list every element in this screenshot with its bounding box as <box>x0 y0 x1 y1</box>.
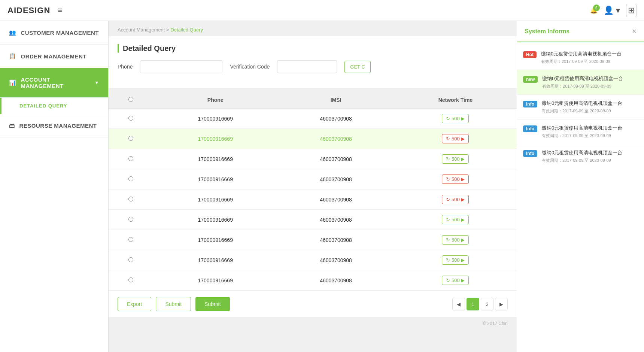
page-2-button[interactable]: 2 <box>481 298 493 310</box>
select-all-radio[interactable] <box>128 97 133 102</box>
status-button[interactable]: ↻ 500 ▶ <box>442 154 469 164</box>
sidebar-item-resource-management[interactable]: 🗃 RESOURSE MANAGEMENT <box>0 114 108 137</box>
submit-outline-button[interactable]: Submit <box>156 297 191 311</box>
phone-input[interactable] <box>140 60 222 73</box>
search-form: Phone Verification Code GET C <box>118 60 508 73</box>
page-1-button[interactable]: 1 <box>467 298 479 310</box>
cell-imsi: 46003700908 <box>277 250 394 270</box>
inform-tag: Info <box>523 101 537 107</box>
phone-label: Phone <box>118 64 133 70</box>
row-radio[interactable] <box>128 136 133 141</box>
row-radio[interactable] <box>128 257 133 262</box>
cell-phone: 170000916669 <box>153 270 277 291</box>
cell-status: ↻ 500 ▶ <box>394 109 517 129</box>
get-code-button[interactable]: GET C <box>344 61 371 73</box>
system-panel: System Informs × Hot缴纳0元租赁使用高清电视机顶盒一台有效周… <box>517 21 644 352</box>
status-button[interactable]: ↻ 500 ▶ <box>442 255 469 265</box>
next-page-button[interactable]: ▶ <box>495 298 508 310</box>
cell-phone: 170000916669 <box>153 189 277 210</box>
status-button[interactable]: ↻ 500 ▶ <box>442 175 469 184</box>
row-radio[interactable] <box>128 217 133 222</box>
status-button[interactable]: ↻ 500 ▶ <box>442 134 469 143</box>
bell-wrapper[interactable]: 🔔 6 <box>590 7 598 14</box>
inform-item[interactable]: Hot缴纳0元租赁使用高清电视机顶盒一台有效周期：2017-09-09 至 20… <box>517 45 644 70</box>
inform-content: 缴纳0元租赁使用高清电视机顶盒一台有效周期：2017-09-09 至 2020-… <box>542 100 638 114</box>
cell-status: ↻ 500 ▶ <box>394 149 517 169</box>
cell-status: ↻ 500 ▶ <box>394 129 517 149</box>
col-radio <box>109 92 153 109</box>
row-radio[interactable] <box>128 176 133 181</box>
row-radio[interactable] <box>128 237 133 242</box>
user-icon[interactable]: 👤 ▾ <box>604 6 620 15</box>
action-buttons: Export Submit Submit <box>118 297 230 311</box>
sidebar: 👥 CUSTOMER MANAGEMENT 📋 ORDER MANAGEMENT… <box>0 21 109 352</box>
inform-item[interactable]: new缴纳0元租赁使用高清电视机顶盒一台有效周期：2017-09-09 至 20… <box>517 70 644 95</box>
data-table: Phone IMSI Network Time 1700009166694600… <box>109 92 517 291</box>
row-radio[interactable] <box>128 197 133 201</box>
menu-icon[interactable]: ≡ <box>58 6 62 15</box>
footer-row: Export Submit Submit ◀ 1 2 ▶ <box>109 291 517 317</box>
table-row: 17000091666946003700908↻ 500 ▶ <box>109 189 517 210</box>
cell-status: ↻ 500 ▶ <box>394 210 517 230</box>
col-imsi: IMSI <box>277 92 394 109</box>
cell-phone: 170000916669 <box>153 230 277 250</box>
close-panel-button[interactable]: × <box>632 27 637 36</box>
cell-imsi: 46003700908 <box>277 230 394 250</box>
inform-item[interactable]: Info缴纳0元租赁使用高清电视机顶盒一台有效周期：2017-09-09 至 2… <box>517 144 644 169</box>
verification-code-label: Verification Code <box>230 64 270 70</box>
cell-imsi: 46003700908 <box>277 129 394 149</box>
logout-icon[interactable]: ⊞ <box>626 4 637 17</box>
inform-item[interactable]: Info缴纳0元租赁使用高清电视机顶盒一台有效周期：2017-09-09 至 2… <box>517 119 644 144</box>
table-wrapper: Phone IMSI Network Time 1700009166694600… <box>109 92 517 291</box>
prev-page-button[interactable]: ◀ <box>452 298 465 310</box>
status-button[interactable]: ↻ 500 ▶ <box>442 114 469 123</box>
cell-phone: 170000916669 <box>153 129 277 149</box>
export-button[interactable]: Export <box>118 297 151 311</box>
system-panel-header: System Informs × <box>517 21 644 42</box>
cell-imsi: 46003700908 <box>277 270 394 291</box>
page-card: Detailed Query Phone Verification Code G… <box>109 36 517 88</box>
status-button[interactable]: ↻ 500 ▶ <box>442 235 469 245</box>
inform-title: 缴纳0元租赁使用高清电视机顶盒一台 <box>542 100 638 107</box>
inform-date: 有效周期：2017-09-09 至 2020-09-09 <box>542 84 638 89</box>
system-panel-title: System Informs <box>525 28 569 35</box>
cell-status: ↻ 500 ▶ <box>394 270 517 291</box>
sidebar-item-account-management[interactable]: 📊 ACCOUNT MANAGEMENT ▼ <box>0 68 108 98</box>
verification-code-input[interactable] <box>277 60 337 73</box>
cell-status: ↻ 500 ▶ <box>394 169 517 189</box>
table-row: 17000091666946003700908↻ 500 ▶ <box>109 129 517 149</box>
table-row: 17000091666946003700908↻ 500 ▶ <box>109 250 517 270</box>
status-button[interactable]: ↻ 500 ▶ <box>442 276 469 285</box>
cell-phone: 170000916669 <box>153 250 277 270</box>
inform-date: 有效周期：2017-09-09 至 2020-09-09 <box>542 108 638 114</box>
breadcrumb-parent: Account Management <box>118 27 165 33</box>
page-title: Detailed Query <box>118 44 508 53</box>
row-radio[interactable] <box>128 116 133 121</box>
account-icon: 📊 <box>9 79 16 86</box>
status-button[interactable]: ↻ 500 ▶ <box>442 215 469 224</box>
cell-phone: 170000916669 <box>153 149 277 169</box>
sidebar-item-customer-management[interactable]: 👥 CUSTOMER MANAGEMENT <box>0 21 108 45</box>
table-row: 17000091666946003700908↻ 500 ▶ <box>109 230 517 250</box>
inform-list: Hot缴纳0元租赁使用高清电视机顶盒一台有效周期：2017-09-09 至 20… <box>517 42 644 352</box>
main-layout: 👥 CUSTOMER MANAGEMENT 📋 ORDER MANAGEMENT… <box>0 21 644 352</box>
row-radio[interactable] <box>128 277 133 282</box>
sidebar-item-order-management[interactable]: 📋 ORDER MANAGEMENT <box>0 45 108 68</box>
sidebar-item-detailed-query[interactable]: DETAILED QUERY <box>0 98 108 114</box>
detailed-query-label: DETAILED QUERY <box>19 103 67 109</box>
col-network-time: Network Time <box>394 92 517 109</box>
table-header-row: Phone IMSI Network Time <box>109 92 517 109</box>
row-radio[interactable] <box>128 156 133 161</box>
status-button[interactable]: ↻ 500 ▶ <box>442 195 469 204</box>
inform-title: 缴纳0元租赁使用高清电视机顶盒一台 <box>542 149 638 156</box>
submit-solid-button[interactable]: Submit <box>195 297 230 311</box>
cell-imsi: 46003700908 <box>277 149 394 169</box>
inform-item[interactable]: Info缴纳0元租赁使用高清电视机顶盒一台有效周期：2017-09-09 至 2… <box>517 95 644 119</box>
header: AIDESIGN ≡ 🔔 6 👤 ▾ ⊞ <box>0 0 644 21</box>
inform-tag: Info <box>523 125 537 132</box>
page-footer: © 2017 Chin <box>109 317 517 330</box>
sidebar-label-customer: CUSTOMER MANAGEMENT <box>21 30 99 36</box>
cell-imsi: 46003700908 <box>277 210 394 230</box>
cell-imsi: 46003700908 <box>277 169 394 189</box>
title-bar <box>118 44 119 53</box>
